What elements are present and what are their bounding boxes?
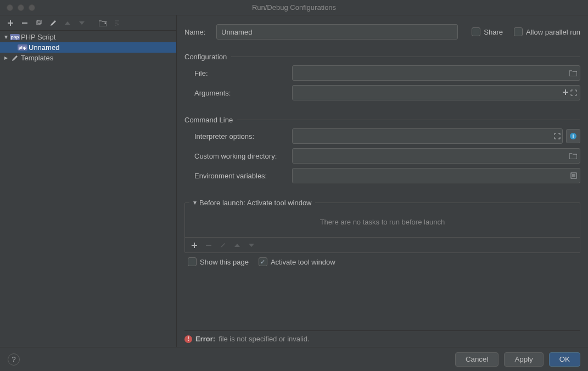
move-task-down-button bbox=[245, 239, 257, 251]
info-button[interactable]: i bbox=[566, 129, 580, 143]
php-file-icon: php bbox=[18, 44, 27, 50]
configuration-section: Configuration File: Arguments: bbox=[184, 53, 580, 105]
activate-label: Activate tool window bbox=[271, 258, 335, 266]
add-icon[interactable] bbox=[563, 89, 568, 96]
svg-rect-0 bbox=[22, 23, 27, 24]
list-icon[interactable] bbox=[570, 172, 577, 179]
name-label: Name: bbox=[184, 28, 211, 36]
tree-label: Unnamed bbox=[29, 43, 59, 52]
cancel-button[interactable]: Cancel bbox=[455, 352, 499, 367]
add-config-button[interactable] bbox=[4, 17, 16, 29]
svg-text:i: i bbox=[573, 133, 574, 139]
arguments-label: Arguments: bbox=[194, 89, 292, 97]
svg-rect-6 bbox=[206, 245, 211, 246]
content-panel: Name: Share Allow parallel run Configura… bbox=[177, 15, 588, 347]
move-up-button bbox=[61, 17, 74, 29]
tree-item-unnamed[interactable]: php Unnamed bbox=[0, 42, 176, 53]
arguments-input[interactable] bbox=[292, 85, 580, 100]
browse-icon[interactable] bbox=[569, 70, 577, 76]
remove-task-button bbox=[203, 239, 215, 251]
before-launch-section: Before launch: Activate tool window Ther… bbox=[184, 199, 580, 253]
working-directory-input[interactable] bbox=[292, 148, 580, 164]
edit-defaults-button[interactable] bbox=[47, 17, 59, 29]
collapse-arrow-icon bbox=[193, 201, 197, 205]
share-checkbox[interactable]: Share bbox=[472, 27, 503, 36]
section-title: Command Line bbox=[184, 116, 237, 124]
config-tree: php PHP Script php Unnamed Templates bbox=[0, 31, 176, 347]
move-task-up-button bbox=[231, 239, 243, 251]
minimize-window-icon[interactable] bbox=[18, 4, 24, 11]
titlebar: Run/Debug Configurations bbox=[0, 0, 588, 15]
copy-config-button[interactable] bbox=[33, 17, 45, 29]
move-down-button bbox=[76, 17, 88, 29]
working-directory-label: Custom working directory: bbox=[194, 152, 292, 160]
interpreter-options-input[interactable] bbox=[292, 128, 563, 144]
file-input[interactable] bbox=[292, 65, 580, 81]
command-line-section: Command Line Interpreter options: i Cust… bbox=[184, 116, 580, 188]
env-vars-label: Environment variables: bbox=[194, 172, 292, 180]
ok-button[interactable]: OK bbox=[549, 352, 580, 367]
parallel-checkbox[interactable]: Allow parallel run bbox=[514, 27, 580, 36]
env-vars-input[interactable] bbox=[292, 168, 580, 183]
error-message: file is not specified or invalid. bbox=[219, 335, 309, 343]
checkbox-icon bbox=[188, 257, 197, 266]
before-launch-title[interactable]: Before launch: Activate tool window bbox=[189, 199, 315, 207]
close-window-icon[interactable] bbox=[7, 4, 13, 11]
tree-label: PHP Script bbox=[21, 33, 55, 41]
sidebar-toolbar bbox=[0, 15, 176, 31]
tree-item-templates[interactable]: Templates bbox=[0, 53, 176, 63]
before-launch-toolbar bbox=[185, 237, 580, 252]
window-title: Run/Debug Configurations bbox=[0, 3, 588, 12]
browse-icon[interactable] bbox=[569, 153, 577, 159]
checkbox-icon bbox=[472, 27, 480, 36]
activate-tool-window-checkbox[interactable]: Activate tool window bbox=[259, 257, 335, 266]
zoom-window-icon[interactable] bbox=[29, 4, 35, 11]
error-row: ! Error: file is not specified or invali… bbox=[184, 330, 580, 347]
tree-item-php-script[interactable]: php PHP Script bbox=[0, 32, 176, 42]
section-title: Configuration bbox=[184, 53, 231, 61]
sidebar: php PHP Script php Unnamed Templates bbox=[0, 15, 177, 347]
show-page-label: Show this page bbox=[200, 258, 249, 266]
svg-rect-2 bbox=[38, 20, 41, 24]
tree-label: Templates bbox=[21, 54, 53, 62]
share-label: Share bbox=[484, 28, 503, 36]
checkbox-icon bbox=[514, 27, 523, 36]
footer: ? Cancel Apply OK bbox=[0, 347, 588, 371]
parallel-label: Allow parallel run bbox=[526, 28, 580, 36]
expand-arrow-icon bbox=[2, 35, 10, 40]
before-launch-empty: There are no tasks to run before launch bbox=[185, 207, 580, 237]
sort-button bbox=[111, 17, 123, 29]
edit-task-button bbox=[217, 239, 229, 251]
help-button[interactable]: ? bbox=[8, 353, 20, 366]
checkbox-checked-icon bbox=[259, 257, 267, 266]
name-input[interactable] bbox=[216, 24, 458, 40]
remove-config-button[interactable] bbox=[19, 17, 31, 29]
apply-button[interactable]: Apply bbox=[504, 352, 543, 367]
show-page-checkbox[interactable]: Show this page bbox=[188, 257, 249, 266]
svg-rect-1 bbox=[37, 21, 40, 25]
expand-arrow-icon bbox=[2, 56, 10, 60]
file-label: File: bbox=[194, 69, 292, 77]
error-label: Error: bbox=[195, 335, 215, 343]
folder-button[interactable] bbox=[97, 17, 109, 29]
expand-icon[interactable] bbox=[554, 133, 561, 139]
settings-icon bbox=[10, 54, 20, 62]
interpreter-options-label: Interpreter options: bbox=[194, 132, 292, 140]
window-controls bbox=[0, 4, 35, 11]
expand-icon[interactable] bbox=[570, 89, 577, 96]
add-task-button[interactable] bbox=[188, 239, 200, 251]
error-icon: ! bbox=[184, 335, 192, 343]
php-file-icon: php bbox=[10, 34, 20, 40]
